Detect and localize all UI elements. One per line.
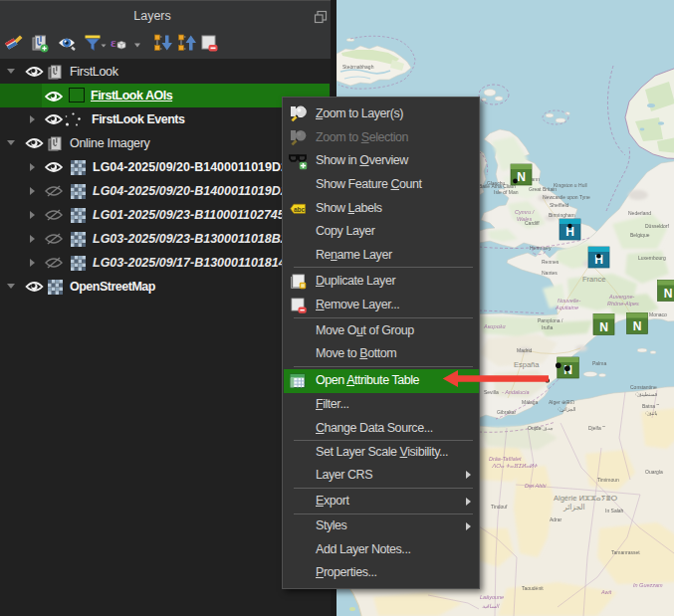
svg-text:Málaga: Málaga: [522, 399, 539, 405]
svg-text:Belgique: Belgique: [630, 232, 650, 238]
svg-text:Rhône-Alpes: Rhône-Alpes: [607, 301, 639, 307]
svg-text:Nederland: Nederland: [628, 210, 651, 216]
svg-text:France: France: [582, 275, 605, 284]
svg-text:In Guezzam: In Guezzam: [633, 582, 663, 588]
svg-text:ε: ε: [111, 35, 116, 50]
svg-text:الجزائر: الجزائر: [562, 503, 585, 512]
svg-text:N: N: [633, 319, 642, 333]
svg-text:Ακαραλα: Ακαραλα: [483, 323, 506, 329]
svg-text:Madrid: Madrid: [517, 347, 533, 353]
svg-text:N: N: [664, 287, 673, 301]
svg-text:ⴷⵔⴰ ⵜⴰⴼⵉⵍⴰⵍⵜ: ⴷⵔⴰ ⵜⴰⴼⵉⵍⴰⵍⵜ: [492, 463, 539, 469]
svg-text:Iruña: Iruña: [542, 324, 554, 330]
svg-text:Laâyoune: Laâyoune: [480, 594, 504, 600]
svg-text:Luxembourg: Luxembourg: [638, 255, 666, 261]
svg-text:Batna ⵯ: Batna ⵯ: [642, 403, 659, 409]
svg-text:الساقية: الساقية: [482, 603, 500, 609]
svg-text:Constantine: Constantine: [630, 384, 657, 390]
svg-text:N: N: [517, 170, 526, 184]
svg-text:Sheffield: Sheffield: [550, 202, 569, 208]
svg-text:Baile Átha Cliath: Baile Átha Cliath: [479, 183, 516, 189]
svg-text:In Salah: In Salah: [605, 508, 624, 513]
svg-text:Drâa-Tafilalet: Drâa-Tafilalet: [489, 456, 522, 462]
svg-text:Alger ⊕⊞⊡: Alger ⊕⊞⊡: [549, 399, 574, 405]
svg-text:N: N: [599, 320, 608, 334]
svg-text:Taoudénit: Taoudénit: [522, 585, 544, 591]
svg-text:⵿باتنة: ⵿باتنة: [645, 410, 658, 416]
svg-text:Isle of Man: Isle of Man: [494, 189, 519, 195]
svg-text:Nantes: Nantes: [542, 270, 558, 276]
svg-text:Awit: Awit: [600, 589, 612, 595]
svg-text:Newcastle upon Tyne: Newcastle upon Tyne: [543, 194, 590, 200]
svg-text:⵿قسنطينة: ⵿قسنطينة: [635, 391, 658, 397]
svg-text:Adrar: Adrar: [550, 516, 562, 522]
svg-text:Djelfa ⵯ: Djelfa ⵯ: [588, 425, 605, 431]
svg-text:Tamanrasset: Tamanrasset: [611, 549, 640, 555]
svg-text:abc: abc: [294, 205, 306, 212]
svg-text:Dwi Abbi: Dwi Abbi: [525, 483, 547, 489]
svg-text:Cymru /: Cymru /: [515, 209, 535, 215]
svg-text:Aquitaine: Aquitaine: [555, 305, 578, 310]
svg-text:Birmingham: Birmingham: [549, 212, 575, 218]
svg-text:Rennes: Rennes: [542, 259, 560, 265]
svg-text:Düsseldorf: Düsseldorf: [645, 223, 670, 229]
svg-text:Monaco: Monaco: [649, 311, 667, 317]
svg-text:Algérie ⵍⵣⵣⴰⵢⴻⵔ: Algérie ⵍⵣⵣⴰⵢⴻⵔ: [554, 494, 618, 503]
svg-text:Timimoun: Timimoun: [597, 477, 619, 483]
svg-text:Kingston u Hull: Kingston u Hull: [554, 182, 587, 188]
svg-text:Ouargla: Ouargla: [645, 469, 663, 475]
svg-text:Herm sey: Herm sey: [530, 245, 552, 251]
svg-text:Pamplona /: Pamplona /: [538, 317, 563, 323]
svg-text:Palma: Palma: [592, 360, 606, 366]
svg-text:Oujda⵿جدة: Oujda⵿جدة: [528, 425, 554, 431]
svg-text:Tindouf: Tindouf: [491, 504, 508, 510]
svg-text:Gibraltar: Gibraltar: [497, 409, 517, 415]
svg-text:Nouvelle-: Nouvelle-: [558, 298, 580, 304]
svg-text:Wales: Wales: [517, 216, 532, 222]
svg-text:⵿الجزائر: ⵿الجزائر: [558, 406, 575, 412]
svg-text:Steòrnabhagh: Steòrnabhagh: [342, 64, 374, 70]
svg-text:Auvergne-: Auvergne-: [608, 294, 635, 300]
